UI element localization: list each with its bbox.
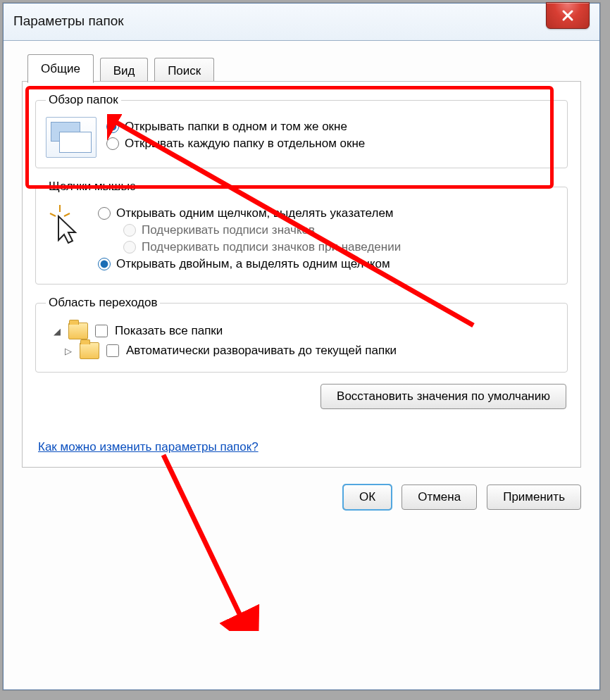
radio-separate-window[interactable] — [106, 137, 119, 150]
label-auto-expand: Автоматически разворачивать до текущей п… — [126, 344, 397, 358]
tab-general[interactable]: Общие — [27, 54, 94, 83]
close-icon — [561, 9, 574, 22]
group-click-legend: Щелчки мышью — [46, 180, 139, 194]
titlebar: Параметры папок — [4, 4, 599, 41]
checkbox-auto-expand[interactable] — [106, 344, 119, 357]
group-click-behavior: Щелчки мышью — [35, 180, 568, 285]
label-same-window: Открывать папки в одном и том же окне — [125, 120, 347, 134]
checkbox-show-all-folders[interactable] — [95, 325, 108, 337]
windows-icon — [46, 117, 97, 158]
svg-line-4 — [163, 455, 241, 617]
annotation-arrow-2 — [156, 448, 297, 631]
cancel-button[interactable]: Отмена — [402, 485, 477, 510]
apply-button[interactable]: Применить — [487, 485, 581, 510]
restore-defaults-button[interactable]: Восстановить значения по умолчанию — [320, 384, 566, 409]
group-browse-folders: Обзор папок Открывать папки в одном и то… — [35, 93, 568, 168]
radio-single-click[interactable] — [98, 207, 111, 220]
svg-line-2 — [64, 213, 70, 216]
folder-icon — [80, 342, 99, 359]
group-browse-legend: Обзор папок — [46, 93, 121, 107]
tabs: Общие Вид Поиск — [27, 54, 581, 82]
label-underline-hover: Подчеркивать подписи значков при наведен… — [142, 240, 401, 254]
label-separate-window: Открывать каждую папку в отдельном окне — [125, 137, 365, 151]
radio-underline-always — [123, 224, 136, 237]
tree-collapse-icon[interactable]: ◢ — [53, 326, 61, 337]
group-nav-legend: Область переходов — [46, 296, 160, 310]
dialog-body: Общие Вид Поиск Обзор папок Открывать па… — [4, 41, 599, 523]
tab-panel: Обзор папок Открывать папки в одном и то… — [22, 81, 581, 468]
help-link[interactable]: Как можно изменить параметры папок? — [38, 440, 259, 454]
radio-same-window[interactable] — [106, 120, 119, 133]
tab-view[interactable]: Вид — [100, 58, 149, 84]
group-nav-pane: Область переходов ◢ Показать все папки ▷… — [35, 296, 568, 373]
close-button[interactable] — [546, 2, 590, 29]
folder-icon — [68, 323, 88, 339]
radio-underline-hover — [123, 241, 136, 254]
tab-search[interactable]: Поиск — [154, 58, 214, 84]
dialog-buttons: ОК Отмена Применить — [22, 485, 581, 510]
window-title: Параметры папок — [13, 13, 124, 29]
radio-double-click[interactable] — [98, 258, 111, 270]
dialog-window: Параметры папок Общие Вид Поиск Обзор па… — [3, 3, 600, 690]
cursor-icon — [46, 204, 88, 246]
label-underline-always: Подчеркивать подписи значков — [142, 223, 315, 237]
tree-expand-icon[interactable]: ▷ — [64, 346, 73, 356]
svg-line-1 — [50, 213, 56, 216]
label-double-click: Открывать двойным, а выделять одним щелч… — [116, 257, 390, 271]
label-show-all-folders: Показать все папки — [115, 324, 223, 338]
ok-button[interactable]: ОК — [343, 485, 392, 510]
label-single-click: Открывать одним щелчком, выделять указат… — [116, 206, 394, 220]
